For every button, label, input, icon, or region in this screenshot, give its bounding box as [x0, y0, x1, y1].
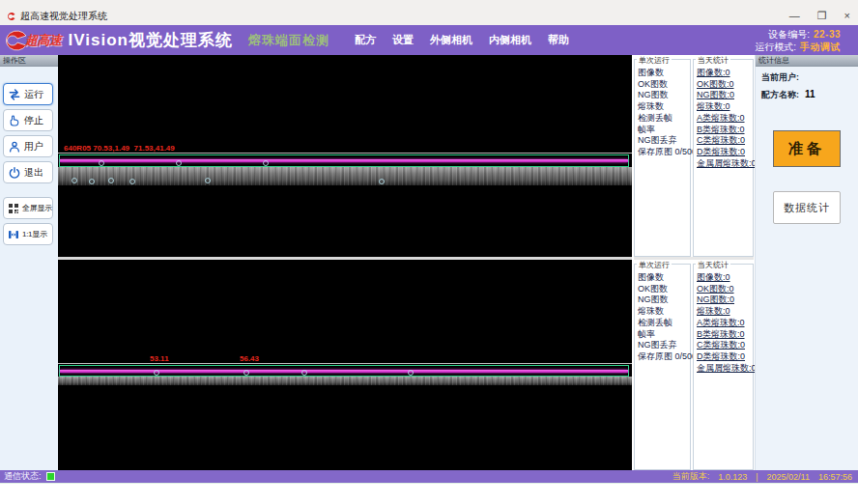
stat-link-row[interactable]: B类熔珠数:0	[697, 329, 753, 341]
measurement-value-right: 56.43	[240, 354, 259, 363]
camera-view-bottom: 53.11 56.43	[58, 260, 632, 470]
device-id-value: 22-33	[814, 29, 841, 40]
one-to-one-icon	[8, 229, 19, 240]
stat-link-row[interactable]: OK图数:0	[697, 284, 753, 295]
stat-row: 保存原图 0/500	[638, 147, 690, 158]
menu-item-help[interactable]: 帮助	[548, 33, 569, 47]
stat-row: OK图数	[638, 284, 690, 295]
menu-item-settings[interactable]: 设置	[392, 33, 414, 47]
stat-row: NG图数	[638, 294, 690, 306]
user-button-label: 用户	[24, 140, 43, 154]
stop-button-label: 停止	[24, 114, 43, 127]
version-value: 1.0.123	[718, 472, 747, 482]
detection-box	[59, 365, 629, 377]
stat-row: 帧率	[638, 329, 690, 341]
stat-link-row[interactable]: 熔珠数:0	[697, 101, 753, 113]
measurement-annotation: 640R05 70.53,1.49 71.53,41.49	[64, 144, 175, 153]
user-icon	[8, 140, 21, 154]
stat-link-row[interactable]: 金属屑熔珠数:0	[697, 158, 753, 170]
one-to-one-button[interactable]: 1:1显示	[3, 223, 53, 245]
stop-button[interactable]: 停止	[3, 109, 53, 131]
power-icon	[8, 166, 21, 180]
stat-link-row[interactable]: B类熔珠数:0	[697, 125, 753, 136]
desktop-area	[0, 483, 858, 504]
app-window: 超高速视觉处理系统 — ❐ × 超高速 IVision视觉处理系统 熔珠端面检测…	[0, 0, 858, 504]
stat-row: 图像数	[638, 272, 690, 284]
stat-link-row[interactable]: C类熔珠数:0	[697, 135, 753, 147]
maximize-button[interactable]: ❐	[817, 11, 827, 21]
run-mode-label: 运行模式:	[755, 42, 796, 52]
stat-link-row[interactable]: 图像数:0	[697, 272, 753, 284]
menu-item-inner-camera[interactable]: 内侧相机	[489, 33, 531, 47]
bead-top-edge	[58, 363, 632, 364]
stat-link-row[interactable]: A类熔珠数:0	[697, 113, 753, 125]
stat-row: NG图数	[638, 90, 690, 101]
data-statistics-button[interactable]: 数据统计	[773, 191, 841, 224]
operations-sidebar: 操作区 运行 停止	[0, 55, 59, 470]
single-run-groupbox: 单次运行 图像数OK图数NG图数熔珠数检测丢帧帧率NG图丢弃保存原图 0/500	[634, 59, 691, 257]
fullscreen-grid-icon	[8, 203, 19, 214]
stat-row: NG图丢弃	[638, 340, 690, 351]
stats-section-bottom: 单次运行 图像数OK图数NG图数熔珠数检测丢帧帧率NG图丢弃保存原图 0/500…	[634, 260, 754, 470]
window-title: 超高速视觉处理系统	[20, 10, 107, 23]
stat-link-row[interactable]: D类熔珠数:0	[697, 351, 753, 363]
stat-row: 保存原图 0/500	[638, 351, 690, 363]
stat-row: 检测丢帧	[638, 113, 690, 125]
prepare-button[interactable]: 准备	[773, 130, 841, 167]
run-arrows-icon	[8, 88, 21, 101]
operations-header: 操作区	[0, 55, 58, 67]
single-run-title: 单次运行	[637, 260, 672, 270]
camera-display-area: 640R05 70.53,1.49 71.53,41.49 53.1	[58, 55, 632, 470]
version-label: 当前版本:	[672, 470, 710, 483]
statistics-column: 单次运行 图像数OK图数NG图数熔珠数检测丢帧帧率NG图丢弃保存原图 0/500…	[634, 55, 754, 470]
today-stats-title: 当天统计	[696, 260, 730, 270]
stat-link-row[interactable]: 图像数:0	[697, 68, 753, 79]
single-run-groupbox: 单次运行 图像数OK图数NG图数熔珠数检测丢帧帧率NG图丢弃保存原图 0/500	[634, 264, 691, 470]
stat-row: 熔珠数	[638, 101, 690, 113]
status-bar: 通信状态: 当前版本: 1.0.123 | 2025/02/11 16:57:5…	[0, 470, 858, 483]
stat-row: 检测丢帧	[638, 318, 690, 329]
device-id-label: 设备编号:	[768, 29, 810, 40]
fullscreen-button-label: 全屏显示	[22, 203, 52, 213]
measurement-value-left: 53.11	[150, 354, 169, 363]
current-user-label: 当前用户:	[761, 72, 799, 82]
stat-link-row[interactable]: D类熔珠数:0	[697, 147, 753, 158]
detection-box	[59, 154, 629, 167]
close-button[interactable]: ×	[844, 11, 850, 21]
statistics-info-panel: 统计信息 当前用户: 配方名称:11 准备 数据统计	[755, 55, 858, 470]
app-header: 超高速 IVision视觉处理系统 熔珠端面检测 配方 设置 外侧相机 内侧相机…	[0, 25, 858, 55]
stat-link-row[interactable]: NG图数:0	[697, 294, 753, 306]
weld-strip-image	[58, 377, 632, 385]
app-title: IVision视觉处理系统	[69, 29, 233, 51]
device-info: 设备编号:22-33 运行模式:手动调试	[755, 28, 841, 53]
run-button[interactable]: 运行	[3, 83, 53, 105]
minimize-button[interactable]: —	[789, 11, 800, 21]
stat-link-row[interactable]: C类熔珠数:0	[697, 340, 753, 351]
stat-row: NG图丢弃	[638, 135, 690, 147]
main-menu: 配方 设置 外侧相机 内侧相机 帮助	[355, 33, 569, 47]
bead-top-edge	[58, 153, 632, 154]
brand-text: 超高速	[25, 32, 62, 49]
single-run-title: 单次运行	[637, 55, 672, 66]
menu-item-outer-camera[interactable]: 外侧相机	[430, 33, 472, 47]
recipe-name-label: 配方名称:	[761, 90, 799, 99]
today-stats-groupbox: 当天统计 图像数:0OK图数:0NG图数:0熔珠数:0A类熔珠数:0B类熔珠数:…	[693, 264, 754, 470]
brand-logo: 超高速	[3, 29, 62, 52]
stats-section-top: 单次运行 图像数OK图数NG图数熔珠数检测丢帧帧率NG图丢弃保存原图 0/500…	[634, 55, 754, 257]
one-to-one-button-label: 1:1显示	[22, 229, 47, 239]
status-time: 16:57:56	[818, 472, 852, 482]
exit-button[interactable]: 退出	[3, 161, 53, 183]
fullscreen-button[interactable]: 全屏显示	[3, 197, 53, 219]
stat-link-row[interactable]: OK图数:0	[697, 79, 753, 91]
stat-link-row[interactable]: 金属屑熔珠数:0	[697, 363, 753, 375]
stat-link-row[interactable]: NG图数:0	[697, 90, 753, 101]
menu-item-recipe[interactable]: 配方	[355, 33, 376, 47]
stat-link-row[interactable]: 熔珠数:0	[697, 306, 753, 318]
status-separator: |	[756, 472, 758, 482]
stat-link-row[interactable]: A类熔珠数:0	[697, 318, 753, 329]
camera-view-top: 640R05 70.53,1.49 71.53,41.49	[58, 55, 632, 257]
os-titlebar: 超高速视觉处理系统 — ❐ ×	[0, 0, 858, 26]
info-panel-header: 统计信息	[756, 55, 858, 67]
user-button[interactable]: 用户	[3, 135, 53, 157]
app-logo-icon	[7, 12, 16, 21]
